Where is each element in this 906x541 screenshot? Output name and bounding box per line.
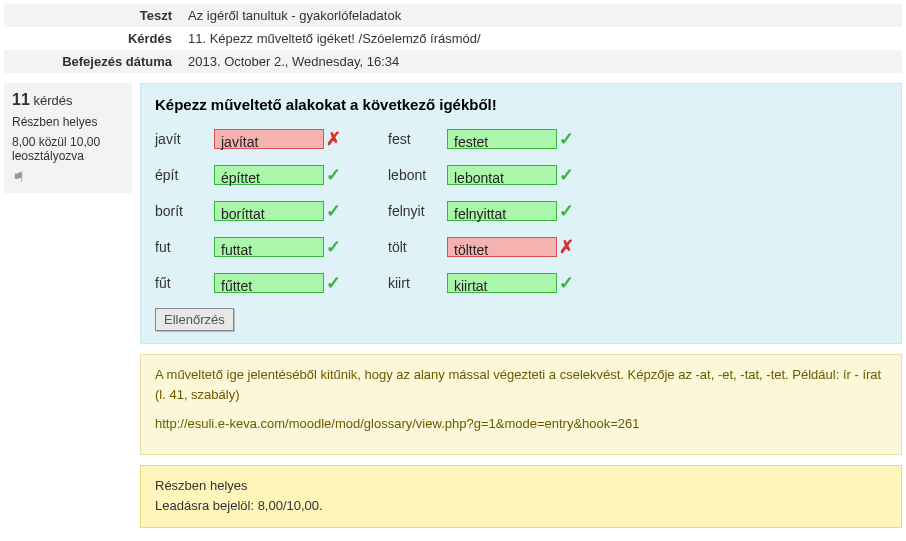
answer-cell: boríttat✓	[214, 200, 384, 222]
question-number: 11 kérdés	[12, 91, 124, 109]
answer-input[interactable]: javítat	[214, 129, 324, 149]
answer-cell: felnyittat✓	[447, 200, 617, 222]
question-box: Képezz műveltető alakokat a következő ig…	[140, 83, 902, 344]
check-icon: ✓	[559, 164, 575, 186]
answer-input[interactable]: felnyittat	[447, 201, 557, 221]
answer-input[interactable]: futtat	[214, 237, 324, 257]
feedback-box: A műveltető ige jelentéséből kitűnik, ho…	[140, 354, 902, 455]
check-icon: ✓	[559, 200, 575, 222]
quiz-info-table: Teszt Az igéről tanultuk - gyakorlófelad…	[4, 4, 902, 73]
question-label: Kérdés	[4, 27, 180, 50]
answer-cell: tölttet✗	[447, 236, 617, 258]
outcome-state: Részben helyes	[155, 476, 887, 497]
answer-input[interactable]: fűttet	[214, 273, 324, 293]
answer-label: lebont	[388, 167, 443, 183]
answer-label: borít	[155, 203, 210, 219]
test-value: Az igéről tanultuk - gyakorlófeladatok	[180, 4, 902, 27]
answer-label: fűt	[155, 275, 210, 291]
completed-label: Befejezés dátuma	[4, 50, 180, 73]
answers-grid: javítjavítat✗festfestet✓építépíttet✓lebo…	[155, 128, 887, 294]
question-sidebar: 11 kérdés Részben helyes 8,00 közül 10,0…	[4, 83, 132, 193]
check-button[interactable]: Ellenőrzés	[155, 308, 234, 331]
check-icon: ✓	[559, 272, 575, 294]
answer-label: épít	[155, 167, 210, 183]
completed-value: 2013. October 2., Wednesday, 16:34	[180, 50, 902, 73]
answer-cell: festet✓	[447, 128, 617, 150]
check-icon: ✓	[326, 164, 342, 186]
check-icon: ✓	[326, 272, 342, 294]
answer-input[interactable]: boríttat	[214, 201, 324, 221]
answer-cell: kiirtat✓	[447, 272, 617, 294]
test-label: Teszt	[4, 4, 180, 27]
question-value: 11. Képezz műveltető igéket! /Szóelemző …	[180, 27, 902, 50]
answer-label: tölt	[388, 239, 443, 255]
answer-label: fut	[155, 239, 210, 255]
answer-input[interactable]: kiirtat	[447, 273, 557, 293]
question-grade: 8,00 közül 10,00 leosztályozva	[12, 135, 124, 163]
outcome-mark: Leadásra bejelöl: 8,00/10,00.	[155, 496, 887, 517]
answer-input[interactable]: lebontat	[447, 165, 557, 185]
answer-cell: javítat✗	[214, 128, 384, 150]
answer-label: kiirt	[388, 275, 443, 291]
feedback-text: A műveltető ige jelentéséből kitűnik, ho…	[155, 365, 887, 404]
answer-input[interactable]: festet	[447, 129, 557, 149]
check-icon: ✓	[326, 236, 342, 258]
answer-cell: futtat✓	[214, 236, 384, 258]
cross-icon: ✗	[559, 236, 575, 258]
answer-cell: építtet✓	[214, 164, 384, 186]
cross-icon: ✗	[326, 128, 342, 150]
answer-cell: lebontat✓	[447, 164, 617, 186]
question-text: Képezz műveltető alakokat a következő ig…	[155, 96, 887, 113]
flag-icon[interactable]: ⚑	[12, 169, 25, 185]
question-state: Részben helyes	[12, 115, 124, 129]
check-icon: ✓	[559, 128, 575, 150]
answer-label: javít	[155, 131, 210, 147]
answer-input[interactable]: építtet	[214, 165, 324, 185]
check-icon: ✓	[326, 200, 342, 222]
answer-label: fest	[388, 131, 443, 147]
answer-cell: fűttet✓	[214, 272, 384, 294]
feedback-link-text: http://esuli.e-keva.com/moodle/mod/gloss…	[155, 414, 887, 434]
answer-input[interactable]: tölttet	[447, 237, 557, 257]
outcome-box: Részben helyes Leadásra bejelöl: 8,00/10…	[140, 465, 902, 529]
answer-label: felnyit	[388, 203, 443, 219]
